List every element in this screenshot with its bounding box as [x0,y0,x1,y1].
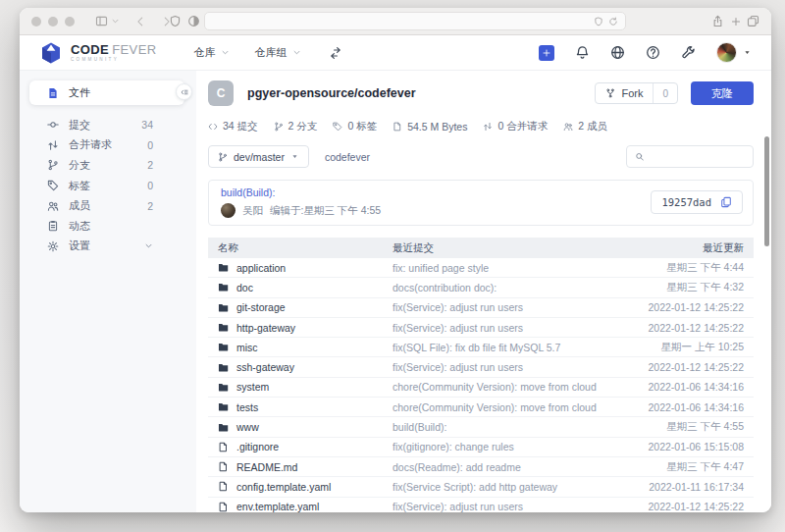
table-row[interactable]: doc docs(contribution doc): 星期三 下午 4:32 [208,278,754,297]
switch-icon[interactable] [329,46,342,60]
file-name[interactable]: tests [236,401,258,413]
file-type-icon [218,422,229,433]
topnav-item[interactable]: 仓库 [194,45,230,60]
file-name[interactable]: application [236,262,286,274]
table-row[interactable]: config.template.yaml fix(Service Script)… [208,477,754,497]
repo-stat-item[interactable]: 2 成员 [563,120,607,133]
fork-count[interactable]: 0 [653,83,677,103]
sidebar-icon [95,15,108,27]
repo-stat-item[interactable]: 2 分支 [274,120,318,133]
file-commit-message[interactable]: fix(gitignore): change rules [392,441,597,452]
file-commit-message[interactable]: docs(contribution doc): [392,282,597,293]
file-name[interactable]: ssh-gateway [236,361,294,373]
vertical-scrollbar[interactable] [764,136,769,246]
file-name[interactable]: config.template.yaml [236,481,331,493]
window-close-button[interactable] [31,17,41,27]
tabs-overview-icon[interactable] [747,15,759,27]
fork-button[interactable]: Fork [596,83,653,103]
table-row[interactable]: tests chore(Community Version): move fro… [208,398,754,417]
table-row[interactable]: ssh-gateway fix(Service): adjust run use… [208,357,754,377]
commit-author[interactable]: 吴阳 [242,204,263,218]
file-name[interactable]: www [236,421,259,433]
file-type-icon [218,401,229,412]
file-name[interactable]: doc [236,282,253,293]
logo-fever-text: FEVER [112,42,156,57]
address-shield-icon[interactable] [594,17,603,27]
file-type-icon [218,481,229,492]
topnav-item-label: 仓库组 [255,45,288,60]
topnav-item[interactable]: 仓库组 [255,45,301,60]
file-commit-message[interactable]: fix(Service): adjust run users [392,501,597,512]
sidebar-item[interactable]: 分支 2 [20,155,196,176]
file-commit-message[interactable]: fix(SQL File): fix db file fit MySQL 5.7 [392,342,597,353]
file-commit-message[interactable]: fix(Service Script): add http gateway [392,481,597,493]
window-zoom-button[interactable] [65,17,75,27]
share-icon[interactable] [711,15,724,27]
file-name[interactable]: system [236,381,269,393]
sidebar-item[interactable]: 标签 0 [20,176,196,196]
notifications-bell-icon[interactable] [575,45,590,60]
sidebar-item[interactable]: 文件 [29,80,184,105]
file-name[interactable]: README.md [236,461,297,473]
logo-community-text: COMMUNITY [71,58,157,63]
address-bar[interactable] [204,12,626,30]
sidebar-item[interactable]: 合并请求 0 [20,135,196,156]
file-commit-message[interactable]: docs(Readme): add readme [392,461,597,473]
file-commit-message[interactable]: build(Build): [392,421,597,433]
table-row[interactable]: git-storage fix(Service): adjust run use… [208,298,754,318]
table-row[interactable]: application fix: unified page style 星期三 … [208,258,754,278]
table-row[interactable]: system chore(Community Version): move fr… [208,378,754,398]
file-commit-message[interactable]: chore(Community Version): move from clou… [392,401,597,413]
table-row[interactable]: .gitignore fix(gitignore): change rules … [208,438,754,457]
file-name[interactable]: misc [236,342,258,353]
sidebar-item[interactable]: 动态 [20,216,196,237]
table-row[interactable]: http-gateway fix(Service): adjust run us… [208,318,754,338]
commit-message-link[interactable]: build(Build): [221,186,381,199]
branch-selector[interactable]: dev/master [208,145,309,168]
file-name[interactable]: .gitignore [236,441,279,452]
sidebar-item[interactable]: 成员 2 [20,195,196,216]
extension-shield-icon[interactable] [169,15,182,27]
commit-hash: 19257dad [661,196,711,208]
file-name[interactable]: env.template.yaml [236,501,319,512]
copy-icon[interactable] [720,196,732,208]
table-row[interactable]: env.template.yaml fix(Service): adjust r… [208,498,754,512]
repo-stat-item[interactable]: 0 合并请求 [483,120,548,133]
table-row[interactable]: misc fix(SQL File): fix db file fit MySQ… [208,338,754,357]
repo-stat-item[interactable]: 34 提交 [208,120,258,133]
reload-icon[interactable] [608,17,618,27]
codefever-logo[interactable]: CODEFEVER COMMUNITY [39,41,157,65]
search-input[interactable] [650,151,745,163]
file-commit-message[interactable]: fix(Service): adjust run users [392,361,597,373]
sidebar-collapse-button[interactable] [176,83,192,100]
repo-stat-item[interactable]: 0 标签 [333,120,377,133]
help-question-icon[interactable] [646,45,660,60]
file-name[interactable]: http-gateway [236,322,295,334]
file-commit-message[interactable]: fix(Service): adjust run users [392,322,597,334]
chevron-down-icon [144,241,153,250]
file-commit-message[interactable]: fix: unified page style [392,262,597,274]
file-name[interactable]: git-storage [236,301,286,313]
window-minimize-button[interactable] [48,17,58,27]
language-globe-icon[interactable] [610,45,625,60]
file-commit-message[interactable]: chore(Community Version): move from clou… [392,381,597,393]
file-search[interactable] [626,145,754,168]
caret-down-icon [743,48,752,57]
sidebar-item-label: 分支 [69,158,90,173]
browser-back-button[interactable] [134,16,146,27]
table-row[interactable]: www build(Build): 星期三 下午 4:55 [208,417,754,437]
extension-half-circle-icon[interactable] [187,15,200,27]
sidebar-item[interactable]: 设置 [20,237,196,257]
breadcrumb[interactable]: codefever [325,151,370,163]
create-new-button[interactable] [539,45,554,61]
commit-hash-button[interactable]: 19257dad [651,190,743,214]
user-menu[interactable] [716,42,752,63]
sidebar-item[interactable]: 提交 34 [20,115,196,135]
admin-wrench-icon[interactable] [681,45,696,60]
table-row[interactable]: README.md docs(Readme): add readme 星期三 下… [208,457,754,477]
file-commit-message[interactable]: fix(Service): adjust run users [392,301,597,313]
browser-sidebar-button[interactable] [95,15,120,27]
repo-stat-item[interactable]: 54.5 M Bytes [392,120,467,133]
new-tab-plus-icon[interactable] [730,16,742,27]
clone-button[interactable]: 克隆 [691,81,754,105]
